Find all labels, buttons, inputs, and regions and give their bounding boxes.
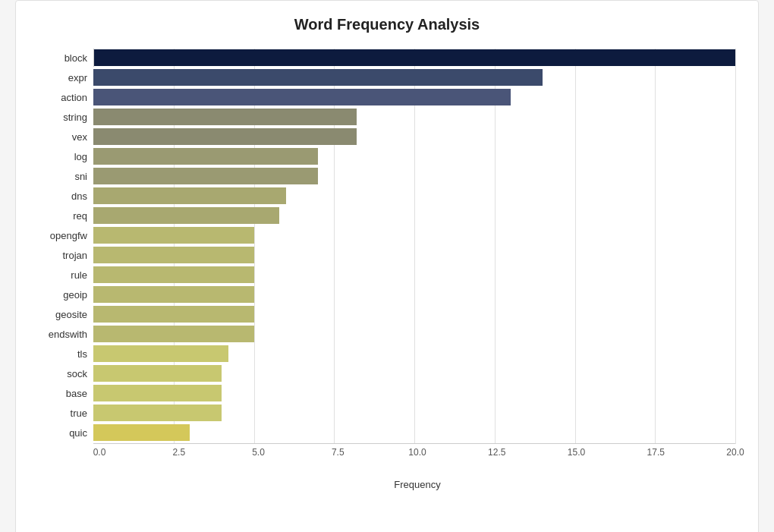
bar-row: req [39,206,735,225]
x-tick-label: 17.5 [647,447,665,458]
bar-row: trojan [39,246,735,264]
bar [93,148,318,165]
bar-label: geoip [39,289,93,301]
bar [93,266,254,283]
x-tick-label: 0.0 [93,447,106,458]
bar-row: true [39,404,735,422]
bar-label: opengfw [39,230,93,241]
bar-label: base [39,388,93,399]
bar-label: rule [39,269,93,281]
bar-row: block [39,49,735,67]
bar [93,227,254,244]
bar-row: action [39,88,735,106]
bar [93,247,254,263]
bar [93,69,543,86]
bar-label: dns [39,190,93,202]
bar [94,49,735,66]
bar [93,109,357,125]
bar-label: sock [39,368,93,379]
bar [93,424,190,441]
bar-label: action [39,92,93,103]
x-tick-label: 10.0 [408,447,426,458]
bar-label: block [39,52,93,64]
bar [93,286,254,303]
bar [93,306,254,323]
bar-label: req [39,210,93,222]
bar-row: geoip [39,285,735,304]
bar [93,187,286,204]
x-tick-label: 5.0 [252,447,265,458]
bar [93,385,222,401]
bar-row: geosite [39,305,735,323]
bar [93,326,254,342]
bar-label: expr [39,72,93,83]
bar-row: base [39,384,735,402]
bar-row: expr [39,68,735,87]
bar [93,345,228,362]
bar [93,168,318,184]
chart-container: Word Frequency Analysis blockexpractions… [15,0,759,532]
bar-row: quic [39,423,735,442]
bar-label: string [39,112,93,123]
bar-row: vex [39,127,735,146]
bar-label: tls [39,348,93,360]
bar [93,207,279,224]
x-axis-label: Frequency [99,479,735,490]
bar-label: endswith [39,329,93,340]
bar-row: sock [39,364,735,382]
bar-row: sni [39,167,735,185]
bar-row: tls [39,345,735,363]
bar-label: vex [39,131,93,143]
bar-label: log [39,151,93,162]
x-tick-label: 15.0 [568,447,585,458]
bar [93,128,357,145]
bar [93,405,222,421]
x-tick-label: 12.5 [488,447,505,458]
bar-row: dns [39,187,735,205]
x-tick-label: 20.0 [726,447,744,458]
bar-label: true [39,408,93,419]
x-tick-label: 2.5 [172,447,185,458]
bar-label: trojan [39,250,93,261]
bar-row: log [39,147,735,165]
bar-row: opengfw [39,226,735,244]
bar-label: sni [39,171,93,182]
bar-row: rule [39,266,735,284]
bar-row: string [39,108,735,126]
bar-label: geosite [39,309,93,320]
bar [93,365,222,382]
bar-row: endswith [39,325,735,343]
x-tick-label: 7.5 [332,447,345,458]
bar [93,89,511,105]
bar-label: quic [39,427,93,439]
chart-title: Word Frequency Analysis [39,16,735,33]
x-axis: 0.02.55.07.510.012.515.017.520.0 [99,447,735,462]
